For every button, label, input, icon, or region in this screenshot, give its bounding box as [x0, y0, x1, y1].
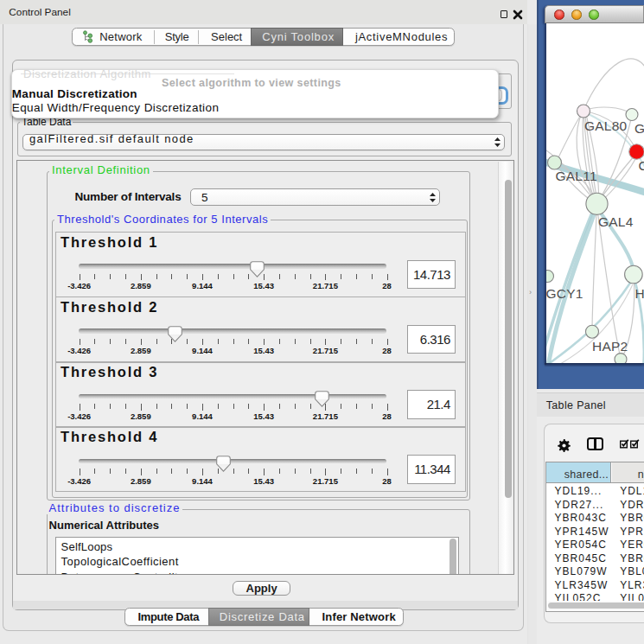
svg-text:GAL11: GAL11	[556, 169, 597, 183]
svg-text:GCY1: GCY1	[546, 286, 583, 301]
svg-text:HAP2: HAP2	[592, 339, 628, 354]
svg-text:H: H	[635, 286, 644, 301]
svg-text:C: C	[639, 158, 644, 173]
svg-text:GAL80: GAL80	[584, 118, 627, 133]
svg-text:GAL4: GAL4	[598, 214, 634, 229]
svg-text:GA: GA	[634, 121, 644, 136]
